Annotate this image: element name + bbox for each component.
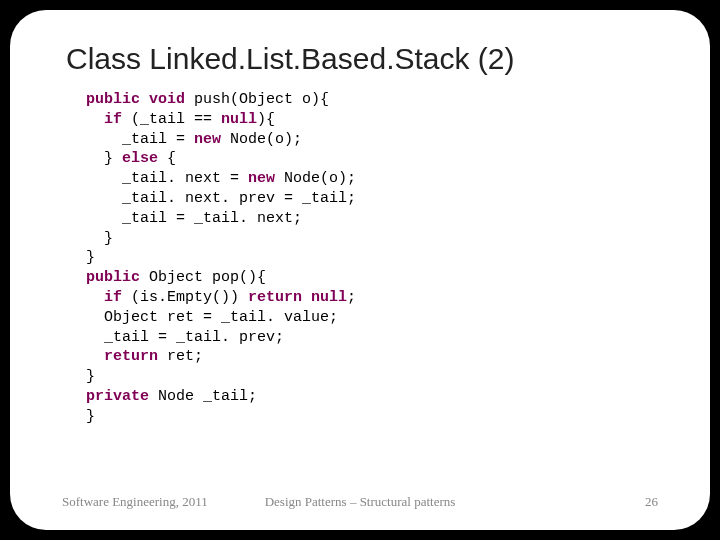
code-block: public void push(Object o){ if (_tail ==… (86, 90, 662, 486)
footer-left: Software Engineering, 2011 (62, 494, 208, 510)
code-text: } (86, 408, 95, 425)
slide-title: Class Linked.List.Based.Stack (2) (66, 42, 662, 76)
code-text: _tail = _tail. next; (86, 210, 302, 227)
code-text: _tail. next. prev = _tail; (86, 190, 356, 207)
kw-if: if (104, 289, 122, 306)
code-text: } (86, 368, 95, 385)
code-text: ){ (257, 111, 275, 128)
kw-null: null (311, 289, 347, 306)
code-text: Node(o); (221, 131, 302, 148)
code-text: ; (347, 289, 356, 306)
kw-public: public (86, 269, 140, 286)
footer: Software Engineering, 2011 Design Patter… (58, 494, 662, 510)
kw-new: new (194, 131, 221, 148)
code-text: ret; (158, 348, 203, 365)
code-text: Object ret = _tail. value; (86, 309, 338, 326)
code-text: push(Object o){ (185, 91, 329, 108)
code-text: Node _tail; (149, 388, 257, 405)
kw-return: return (248, 289, 302, 306)
code-text: Node(o); (275, 170, 356, 187)
code-text: _tail = _tail. prev; (86, 329, 284, 346)
code-text: Object pop(){ (140, 269, 266, 286)
kw-else: else (122, 150, 158, 167)
footer-page-number: 26 (645, 494, 658, 510)
code-text: _tail. next = (86, 170, 248, 187)
kw-private: private (86, 388, 149, 405)
code-text: _tail = (86, 131, 194, 148)
kw-void: void (149, 91, 185, 108)
kw-public: public (86, 91, 140, 108)
slide-frame: Class Linked.List.Based.Stack (2) public… (10, 10, 710, 530)
code-text: (is.Empty()) (122, 289, 248, 306)
code-text: { (158, 150, 176, 167)
kw-if: if (104, 111, 122, 128)
code-text: } (86, 230, 113, 247)
footer-center: Design Patterns – Structural patterns (265, 494, 456, 510)
kw-return: return (104, 348, 158, 365)
code-text: (_tail == (122, 111, 221, 128)
code-text: } (86, 249, 95, 266)
kw-new: new (248, 170, 275, 187)
kw-null: null (221, 111, 257, 128)
code-text: } (86, 150, 122, 167)
